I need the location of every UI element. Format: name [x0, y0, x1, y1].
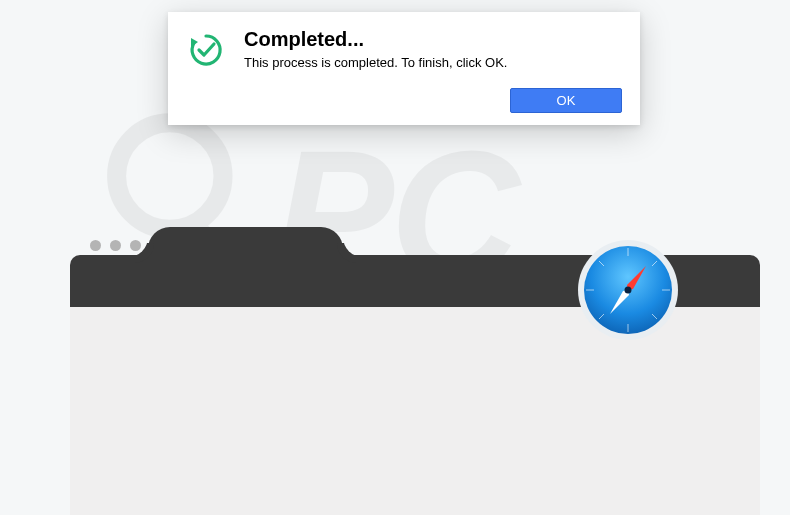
browser-window	[70, 290, 760, 515]
window-controls	[90, 240, 141, 251]
dialog-title: Completed...	[244, 28, 622, 51]
svg-point-14	[625, 287, 632, 294]
svg-point-0	[117, 123, 223, 229]
window-control-dot	[110, 240, 121, 251]
window-control-dot	[130, 240, 141, 251]
dialog-message: This process is completed. To finish, cl…	[244, 55, 622, 70]
ok-button[interactable]: OK	[510, 88, 622, 113]
completed-dialog: Completed... This process is completed. …	[168, 12, 640, 125]
sync-check-icon	[186, 28, 226, 74]
browser-tab	[148, 227, 343, 257]
svg-marker-15	[191, 38, 198, 47]
safari-compass-icon	[576, 238, 680, 342]
window-control-dot	[90, 240, 101, 251]
